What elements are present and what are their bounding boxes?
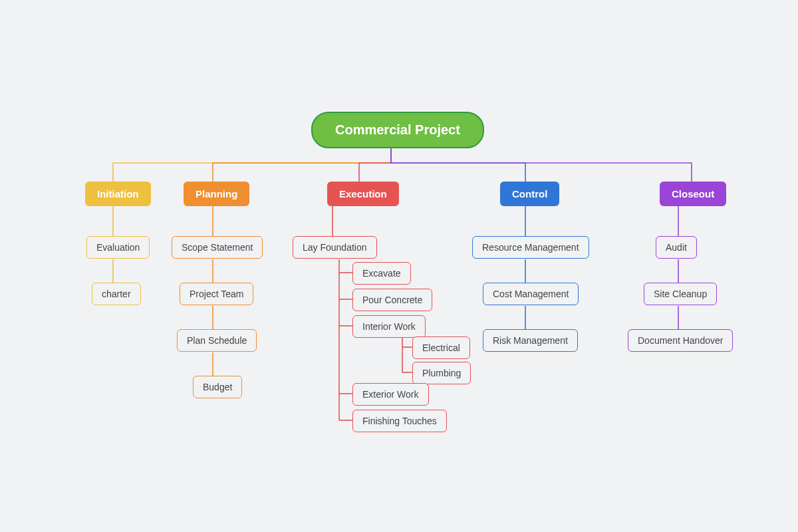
node-lay-foundation[interactable]: Lay Foundation <box>293 236 377 259</box>
node-interior-work[interactable]: Interior Work <box>352 315 426 338</box>
node-finishing-touches[interactable]: Finishing Touches <box>352 410 447 432</box>
phase-control[interactable]: Control <box>500 182 559 206</box>
node-electrical[interactable]: Electrical <box>412 336 470 359</box>
root-node[interactable]: Commercial Project <box>311 112 484 148</box>
node-project-team[interactable]: Project Team <box>180 283 253 305</box>
phase-planning[interactable]: Planning <box>184 182 249 206</box>
phase-closeout[interactable]: Closeout <box>660 182 726 206</box>
node-risk-management[interactable]: Risk Management <box>483 329 578 352</box>
node-excavate[interactable]: Excavate <box>352 262 411 285</box>
diagram-canvas: Commercial Project Initiation Planning E… <box>13 13 785 519</box>
node-budget[interactable]: Budget <box>193 376 242 398</box>
node-pour-concrete[interactable]: Pour Concrete <box>352 289 432 311</box>
phase-initiation[interactable]: Initiation <box>85 182 151 206</box>
node-resource-management[interactable]: Resource Management <box>472 236 589 259</box>
phase-execution[interactable]: Execution <box>327 182 399 206</box>
node-document-handover[interactable]: Document Handover <box>628 329 733 352</box>
node-scope-statement[interactable]: Scope Statement <box>172 236 263 259</box>
node-exterior-work[interactable]: Exterior Work <box>352 383 429 406</box>
node-plan-schedule[interactable]: Plan Schedule <box>177 329 257 352</box>
node-evaluation[interactable]: Evaluation <box>86 236 150 259</box>
node-charter[interactable]: charter <box>92 283 141 305</box>
node-site-cleanup[interactable]: Site Cleanup <box>644 283 717 305</box>
node-audit[interactable]: Audit <box>656 236 697 259</box>
node-cost-management[interactable]: Cost Management <box>483 283 579 305</box>
node-plumbing[interactable]: Plumbing <box>412 362 471 384</box>
